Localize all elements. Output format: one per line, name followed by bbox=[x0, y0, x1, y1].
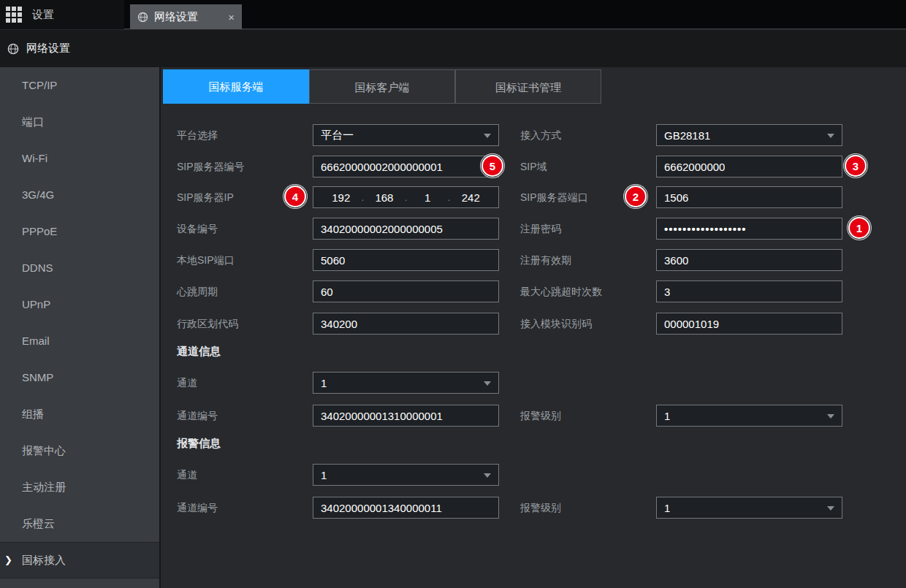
text-input-设备编号[interactable]: 34020000002000000005 bbox=[313, 218, 499, 240]
home-tab-label: 设置 bbox=[32, 8, 54, 22]
field-value: 3600 bbox=[664, 254, 688, 267]
field-label: 行政区划代码 bbox=[177, 313, 238, 335]
text-input-通道编号[interactable]: 34020000001310000001 bbox=[313, 405, 499, 427]
annotation-badge-4: 4 bbox=[284, 186, 306, 207]
sidebar-item-10[interactable]: 报警中心 bbox=[0, 432, 159, 469]
sidebar-item-13-active[interactable]: ❯国标接入 bbox=[0, 542, 159, 579]
field-value: 5060 bbox=[321, 254, 345, 267]
password-input[interactable]: •••••••••••••••••• bbox=[656, 218, 842, 240]
field-value: 34020000001340000011 bbox=[321, 502, 442, 514]
ip-octet[interactable]: 242 bbox=[450, 191, 491, 204]
chevron-down-icon[interactable] bbox=[484, 381, 491, 386]
field-value: 66620000002000000001 bbox=[321, 161, 443, 173]
sidebar-item-12[interactable]: 乐橙云 bbox=[0, 505, 159, 542]
sidebar-item-0[interactable]: TCP/IP bbox=[0, 67, 159, 104]
annotation-badge-5: 5 bbox=[481, 155, 503, 177]
field-label: 通道编号 bbox=[177, 405, 218, 427]
sidebar-item-4[interactable]: PPPoE bbox=[0, 213, 159, 250]
form-row: 通道1 bbox=[161, 464, 906, 486]
sidebar-item-8[interactable]: SNMP bbox=[0, 359, 159, 396]
dropdown-报警级别[interactable]: 1 bbox=[656, 405, 842, 427]
ip-octet[interactable]: 168 bbox=[364, 191, 405, 204]
dropdown-报警级别[interactable]: 1 bbox=[656, 497, 842, 519]
sidebar-item-5[interactable]: DDNS bbox=[0, 250, 159, 286]
sidebar-item-9[interactable]: 组播 bbox=[0, 396, 159, 432]
field-value: 1 bbox=[664, 502, 670, 514]
dropdown-接入方式[interactable]: GB28181 bbox=[656, 124, 842, 146]
field-label: 最大心跳超时次数 bbox=[520, 280, 602, 302]
ip-octet[interactable]: 1 bbox=[407, 191, 448, 204]
chevron-down-icon[interactable] bbox=[827, 506, 834, 511]
sidebar-item-label: 主动注册 bbox=[22, 481, 66, 493]
dropdown-通道[interactable]: 1 bbox=[313, 464, 499, 486]
field-label: 通道 bbox=[177, 372, 197, 394]
chevron-down-icon[interactable] bbox=[484, 134, 491, 138]
sidebar-item-label: 乐橙云 bbox=[22, 517, 55, 530]
field-label: SIP服务器端口 bbox=[520, 186, 588, 208]
dropdown-通道[interactable]: 1 bbox=[313, 372, 499, 394]
tab-2[interactable]: 国标证书管理 bbox=[455, 69, 601, 104]
dropdown-平台选择[interactable]: 平台一 bbox=[313, 124, 499, 146]
text-input-最大心跳超时次数[interactable]: 3 bbox=[656, 280, 842, 302]
ip-octet[interactable]: 192 bbox=[321, 191, 362, 204]
field-label: 注册密码 bbox=[520, 218, 561, 240]
field-label: SIP域 bbox=[520, 156, 547, 177]
text-input-行政区划代码[interactable]: 340200 bbox=[313, 313, 499, 335]
form-row: SIP服务器IP192.168.1.2424SIP服务器端口15062 bbox=[161, 186, 906, 208]
field-label: 设备编号 bbox=[177, 218, 218, 240]
sidebar-item-label: UPnP bbox=[22, 298, 50, 310]
sidebar-item-label: 端口 bbox=[22, 115, 44, 128]
sidebar-item-6[interactable]: UPnP bbox=[0, 286, 159, 323]
grid-menu-icon[interactable] bbox=[6, 7, 22, 23]
field-value: 1 bbox=[664, 410, 670, 422]
home-tab-settings[interactable]: 设置 bbox=[0, 0, 124, 29]
text-input-接入模块识别码[interactable]: 000001019 bbox=[656, 313, 842, 335]
section-title: 报警信息 bbox=[177, 437, 221, 451]
doc-tab-network-settings[interactable]: 网络设置 × bbox=[130, 4, 242, 29]
field-value: 000001019 bbox=[664, 318, 719, 330]
network-settings-window: 设置 网络设置 × 网络设置 TCP/IP端口Wi-Fi3G/4GP bbox=[0, 0, 906, 588]
form-row: 通道编号34020000001340000011报警级别1 bbox=[161, 497, 906, 519]
sidebar-item-11[interactable]: 主动注册 bbox=[0, 469, 159, 505]
field-label: 通道编号 bbox=[177, 497, 218, 519]
tab-1[interactable]: 国标客户端 bbox=[309, 69, 455, 104]
sidebar-item-label: 国标接入 bbox=[22, 554, 66, 566]
field-label: 平台选择 bbox=[177, 124, 218, 146]
form-row: SIP服务器编号666200000020000000015SIP域6662000… bbox=[161, 156, 906, 177]
text-input-SIP服务器编号[interactable]: 66620000002000000001 bbox=[313, 156, 499, 177]
field-label: 接入模块识别码 bbox=[520, 313, 592, 335]
section-title: 通道信息 bbox=[177, 345, 221, 359]
ip-address-input[interactable]: 192.168.1.242 bbox=[313, 186, 499, 208]
field-value: •••••••••••••••••• bbox=[664, 223, 747, 235]
sidebar-item-2[interactable]: Wi-Fi bbox=[0, 140, 159, 177]
form-row: 设备编号34020000002000000005注册密码••••••••••••… bbox=[161, 218, 906, 240]
sidebar-item-7[interactable]: Email bbox=[0, 323, 159, 359]
form-row: 心跳周期60最大心跳超时次数3 bbox=[161, 280, 906, 302]
tab-0-active[interactable]: 国标服务端 bbox=[163, 69, 309, 104]
text-input-本地SIP端口[interactable]: 5060 bbox=[313, 249, 499, 271]
top-bar: 设置 网络设置 × bbox=[0, 0, 906, 29]
content-panel: 国标服务端国标客户端国标证书管理平台选择平台一接入方式GB28181SIP服务器… bbox=[161, 67, 906, 588]
text-input-心跳周期[interactable]: 60 bbox=[313, 280, 499, 302]
form-row: 平台选择平台一接入方式GB28181 bbox=[161, 124, 906, 146]
sidebar-item-label: 组播 bbox=[22, 408, 44, 420]
chevron-down-icon[interactable] bbox=[827, 414, 834, 419]
chevron-down-icon[interactable] bbox=[827, 134, 834, 138]
field-value: GB28181 bbox=[664, 129, 710, 142]
close-icon[interactable]: × bbox=[228, 12, 235, 23]
page-header: 网络设置 bbox=[0, 30, 906, 67]
sidebar-item-1[interactable]: 端口 bbox=[0, 104, 159, 140]
text-input-注册有效期[interactable]: 3600 bbox=[656, 249, 842, 271]
sidebar-item-label: DDNS bbox=[22, 261, 53, 274]
text-input-通道编号[interactable]: 34020000001340000011 bbox=[313, 497, 499, 519]
chevron-down-icon[interactable] bbox=[484, 473, 491, 478]
text-input-SIP域[interactable]: 6662000000 bbox=[656, 156, 842, 177]
field-label: 心跳周期 bbox=[177, 280, 218, 302]
field-value: 1 bbox=[321, 469, 327, 481]
sidebar-item-3[interactable]: 3G/4G bbox=[0, 177, 159, 213]
sidebar-item-label: SNMP bbox=[22, 371, 53, 383]
field-label: SIP服务器IP bbox=[177, 186, 234, 208]
sidebar-menu: TCP/IP端口Wi-Fi3G/4GPPPoEDDNSUPnPEmailSNMP… bbox=[0, 67, 161, 588]
field-label: SIP服务器编号 bbox=[177, 156, 245, 177]
text-input-SIP服务器端口[interactable]: 1506 bbox=[656, 186, 842, 208]
